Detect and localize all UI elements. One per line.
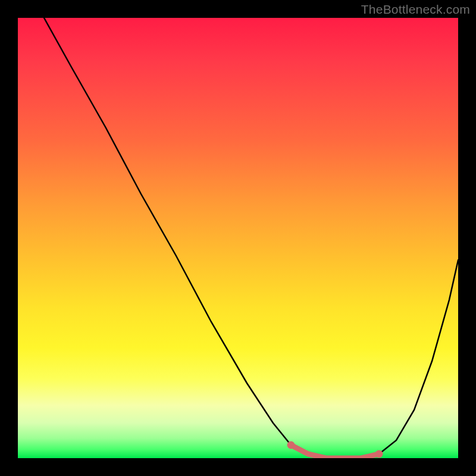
plot-area <box>18 18 458 458</box>
optimal-zone-start-icon <box>287 441 295 449</box>
bottleneck-curve <box>44 18 458 458</box>
optimal-zone-end-icon <box>375 450 383 458</box>
watermark-text: TheBottleneck.com <box>361 2 470 17</box>
curve-layer <box>18 18 458 458</box>
chart-frame: TheBottleneck.com <box>0 0 476 476</box>
optimal-zone-marker <box>291 445 379 458</box>
